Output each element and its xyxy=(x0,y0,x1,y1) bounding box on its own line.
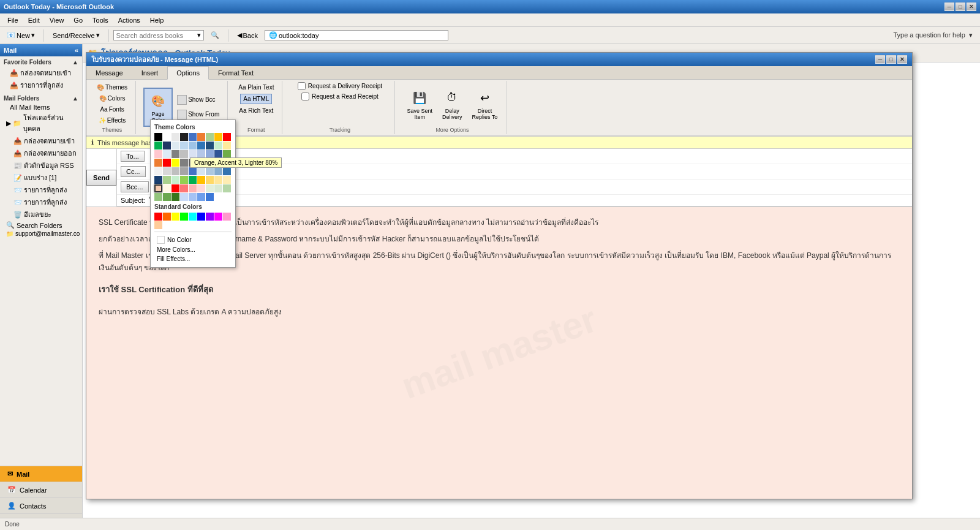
color-cell[interactable] xyxy=(154,184,162,192)
color-cell[interactable] xyxy=(197,142,205,150)
color-cell[interactable] xyxy=(189,184,197,192)
to-button[interactable]: To... xyxy=(121,151,145,162)
color-cell[interactable] xyxy=(163,184,171,192)
tab-options[interactable]: Options xyxy=(167,66,209,80)
send-button[interactable]: Send xyxy=(86,170,116,186)
sidebar-search-folders[interactable]: 🔍 Search Folders xyxy=(0,221,82,230)
color-cell[interactable] xyxy=(172,142,179,150)
nav-contacts[interactable]: 👤 Contacts xyxy=(0,498,82,514)
color-cell[interactable] xyxy=(206,133,214,141)
menu-actions[interactable]: Actions xyxy=(113,15,145,25)
favorite-folders-header[interactable]: Favorite Folders ▲ xyxy=(0,58,82,67)
color-cell[interactable] xyxy=(163,150,171,158)
menu-tools[interactable]: Tools xyxy=(88,15,113,25)
color-cell[interactable] xyxy=(154,176,162,184)
color-cell[interactable] xyxy=(172,213,179,221)
color-cell[interactable] xyxy=(154,213,162,221)
color-cell[interactable] xyxy=(206,213,214,221)
sidebar-collapse-icon[interactable]: « xyxy=(75,47,78,54)
sidebar-sent[interactable]: 📨 รายการที่ลูกส่ง xyxy=(0,184,82,196)
help-search[interactable]: Type a question for help ▾ xyxy=(451,31,978,39)
sidebar-sent2[interactable]: 📨 รายการที่ลูกส่ง xyxy=(0,196,82,208)
close-button[interactable]: ✕ xyxy=(967,2,976,11)
color-cell[interactable] xyxy=(172,176,179,184)
color-cell[interactable] xyxy=(180,159,188,167)
msg-minimize-button[interactable]: ─ xyxy=(875,55,885,64)
sidebar-rss[interactable]: 📰 ตัวดักข้อมูล RSS xyxy=(0,159,82,172)
bcc-input[interactable] xyxy=(151,183,908,191)
send-receive-button[interactable]: Send/Receive ▾ xyxy=(48,29,104,41)
color-cell[interactable] xyxy=(172,167,179,175)
delivery-receipt-checkbox[interactable] xyxy=(298,82,306,90)
no-color-option[interactable]: No Color xyxy=(154,235,232,245)
color-cell[interactable] xyxy=(223,133,231,141)
color-cell[interactable] xyxy=(189,213,197,221)
menu-edit[interactable]: Edit xyxy=(23,15,45,25)
color-cell[interactable] xyxy=(223,167,231,175)
tab-format-text[interactable]: Format Text xyxy=(209,66,263,79)
color-cell[interactable] xyxy=(197,184,205,192)
color-cell[interactable] xyxy=(214,176,222,184)
sidebar-inbox[interactable]: 📥 กล่องจดหมายเข้า xyxy=(0,135,82,147)
color-cell[interactable] xyxy=(154,193,162,201)
tab-message[interactable]: Message xyxy=(86,66,132,79)
sidebar-personal-folder[interactable]: ▶ 📁 โฟลเดอร์ส่วนบุคคล xyxy=(0,112,82,135)
color-cell[interactable] xyxy=(163,142,171,150)
color-cell[interactable] xyxy=(172,150,179,158)
color-cell[interactable] xyxy=(172,193,179,201)
color-cell[interactable] xyxy=(163,193,171,201)
subject-input[interactable] xyxy=(149,197,908,204)
back-button[interactable]: ◀ Back xyxy=(233,29,262,41)
color-cell[interactable] xyxy=(223,213,231,221)
color-cell[interactable] xyxy=(189,167,197,175)
color-cell[interactable] xyxy=(180,133,188,141)
sidebar-item-inbox-fav[interactable]: 📥 กล่องจดหมายเข้า xyxy=(0,67,82,79)
color-cell[interactable] xyxy=(154,221,162,229)
color-cell[interactable] xyxy=(154,133,162,141)
color-cell[interactable] xyxy=(154,159,162,167)
effects-button[interactable]: ✨ Effects xyxy=(96,115,129,126)
sidebar-support[interactable]: 📁 support@mailmaster.co xyxy=(0,230,82,238)
color-cell[interactable] xyxy=(163,133,171,141)
color-cell[interactable] xyxy=(154,150,162,158)
minimize-button[interactable]: ─ xyxy=(944,2,954,11)
color-cell[interactable] xyxy=(163,159,171,167)
cc-button[interactable]: Cc... xyxy=(121,166,146,177)
delay-delivery-button[interactable]: ⏱ DelayDelivery xyxy=(438,85,467,123)
html-button[interactable]: Aa HTML xyxy=(240,94,272,104)
tab-insert[interactable]: Insert xyxy=(132,66,168,79)
color-cell[interactable] xyxy=(206,176,214,184)
color-cell[interactable] xyxy=(214,213,222,221)
new-button[interactable]: 📧 New ▾ xyxy=(2,29,39,41)
color-cell[interactable] xyxy=(189,193,197,201)
color-cell[interactable] xyxy=(214,142,222,150)
color-cell[interactable] xyxy=(172,159,179,167)
color-cell[interactable] xyxy=(223,176,231,184)
bcc-button[interactable]: Bcc... xyxy=(121,181,149,192)
color-cell[interactable] xyxy=(163,167,171,175)
color-cell[interactable] xyxy=(206,167,214,175)
save-sent-button[interactable]: 💾 Save SentItem xyxy=(402,85,437,123)
themes-button[interactable]: 🎨 Themes xyxy=(94,82,130,93)
show-bcc-button[interactable]: Show Bcc xyxy=(174,93,222,107)
msg-restore-button[interactable]: □ xyxy=(886,55,896,64)
cc-input[interactable] xyxy=(148,168,908,175)
menu-go[interactable]: Go xyxy=(69,15,88,25)
color-cell[interactable] xyxy=(197,133,205,141)
color-cell[interactable] xyxy=(180,193,188,201)
plain-text-button[interactable]: Aa Plain Text xyxy=(235,82,277,93)
search-input[interactable] xyxy=(116,32,196,39)
color-cell[interactable] xyxy=(189,133,197,141)
menu-help[interactable]: Help xyxy=(145,15,169,25)
sidebar-all-mail[interactable]: All Mail Items xyxy=(0,103,82,112)
color-cell[interactable] xyxy=(180,167,188,175)
color-cell[interactable] xyxy=(163,213,171,221)
direct-replies-button[interactable]: ↩ DirectReplies To xyxy=(467,85,502,123)
nav-calendar[interactable]: 📅 Calendar xyxy=(0,482,82,498)
more-colors-option[interactable]: More Colors... xyxy=(154,245,232,254)
color-cell[interactable] xyxy=(189,142,197,150)
color-cell[interactable] xyxy=(154,142,162,150)
fonts-button[interactable]: Aa Fonts xyxy=(97,104,127,115)
color-cell[interactable] xyxy=(180,184,188,192)
color-cell[interactable] xyxy=(180,213,188,221)
